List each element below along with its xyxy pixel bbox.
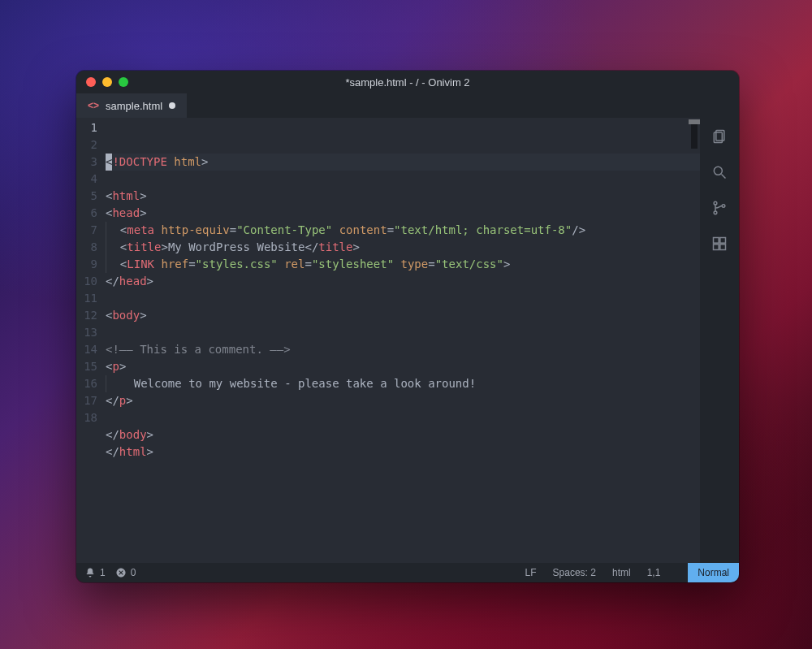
line-number: 8 [76, 239, 106, 256]
code-line[interactable]: Welcome to my website - please take a lo… [106, 375, 700, 392]
line-number: 18 [76, 409, 106, 426]
code-line[interactable]: <html> [106, 188, 700, 205]
svg-rect-7 [714, 238, 719, 244]
code-line[interactable] [106, 324, 700, 341]
line-number: 12 [76, 307, 106, 324]
editor-window: *sample.html - / - Onivim 2 <> sample.ht… [76, 71, 739, 582]
line-number: 9 [76, 256, 106, 273]
position-indicator[interactable]: 1,1 [647, 567, 672, 578]
notifications-status[interactable]: 1 [84, 567, 106, 578]
line-number: 14 [76, 341, 106, 358]
svg-rect-8 [720, 238, 726, 244]
code-line[interactable]: <body> [106, 307, 700, 324]
tab-filename: sample.html [106, 100, 162, 112]
git-icon[interactable] [710, 199, 728, 217]
code-line[interactable]: </head> [106, 273, 700, 290]
traffic-lights [86, 77, 128, 87]
line-number: 17 [76, 392, 106, 409]
vim-mode-indicator[interactable]: Normal [688, 563, 739, 582]
line-number: 3 [76, 154, 106, 171]
line-number: 16 [76, 375, 106, 392]
minimize-window-button[interactable] [102, 77, 112, 87]
code-line[interactable]: <!DOCTYPE html> [106, 154, 700, 171]
status-bar: 1 0 LF Spaces: 2 html 1,1 Normal [76, 563, 739, 582]
svg-rect-10 [720, 244, 726, 250]
code-line[interactable]: </body> [106, 426, 700, 443]
html-file-icon: <> [88, 100, 99, 111]
code-line[interactable]: <meta http-equiv="Content-Type" content=… [106, 222, 700, 239]
editor-pane[interactable]: 123456789101112131415161718 <!DOCTYPE ht… [76, 118, 700, 563]
indent-indicator[interactable]: Spaces: 2 [553, 567, 596, 578]
extensions-icon[interactable] [710, 235, 728, 253]
notifications-count: 1 [100, 567, 106, 578]
svg-point-5 [714, 211, 717, 214]
code-line[interactable] [106, 290, 700, 307]
minimap-region [691, 124, 698, 149]
titlebar[interactable]: *sample.html - / - Onivim 2 [76, 71, 739, 93]
code-line[interactable]: <!—— This is a comment. ——> [106, 341, 700, 358]
code-line[interactable] [106, 171, 700, 188]
svg-point-4 [714, 201, 717, 205]
close-window-button[interactable] [86, 77, 96, 87]
code-line[interactable]: <LINK href="styles.css" rel="stylesheet"… [106, 256, 700, 273]
errors-status[interactable]: 0 [115, 567, 136, 578]
line-number: 15 [76, 358, 106, 375]
line-number: 13 [76, 324, 106, 341]
error-icon [115, 567, 127, 578]
errors-count: 0 [131, 567, 136, 578]
line-number-gutter: 123456789101112131415161718 [76, 118, 106, 563]
svg-rect-9 [714, 244, 719, 250]
line-number: 10 [76, 273, 106, 290]
modified-indicator-icon [169, 102, 175, 109]
code-line[interactable]: </html> [106, 443, 700, 461]
line-number: 5 [76, 188, 106, 205]
tab-bar: <> sample.html [76, 93, 739, 118]
line-number: 11 [76, 290, 106, 307]
svg-point-6 [722, 205, 725, 208]
code-line[interactable]: <title>My WordPress Website</title> [106, 239, 700, 256]
language-indicator[interactable]: html [612, 567, 631, 578]
line-number: 7 [76, 222, 106, 239]
bell-icon [84, 567, 96, 578]
eol-indicator[interactable]: LF [525, 567, 537, 578]
code-line[interactable] [106, 409, 700, 426]
code-line[interactable]: </p> [106, 392, 700, 409]
line-number: 2 [76, 136, 106, 154]
window-title: *sample.html - / - Onivim 2 [76, 76, 739, 89]
code-line[interactable]: <head> [106, 205, 700, 222]
line-number: 6 [76, 205, 106, 222]
tab-sample-html[interactable]: <> sample.html [76, 93, 187, 118]
scrollbar[interactable] [689, 119, 700, 565]
line-number: 4 [76, 171, 106, 188]
code-area[interactable]: <!DOCTYPE html> <html><head> <meta http-… [106, 118, 700, 563]
code-line[interactable]: <p> [106, 358, 700, 375]
maximize-window-button[interactable] [119, 77, 128, 87]
line-number: 1 [76, 119, 106, 136]
